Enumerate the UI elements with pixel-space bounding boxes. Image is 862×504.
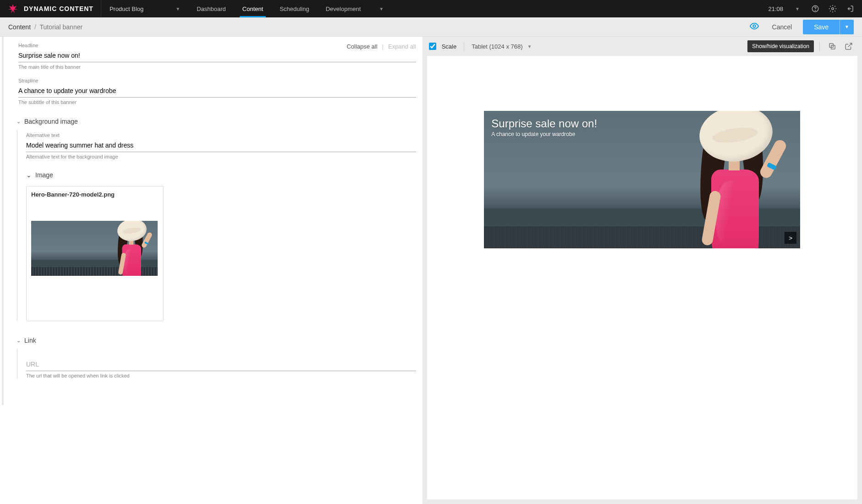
- nav-tab-label: Dashboard: [197, 5, 226, 12]
- action-bar: Content / Tutorial banner Cancel Save ▼: [0, 17, 862, 37]
- chevron-down-icon: ⌄: [26, 171, 32, 179]
- chevron-down-icon: ▼: [527, 44, 532, 49]
- section-body-link: The url that will be opened when link is…: [16, 349, 416, 378]
- field-help: The subtitle of this banner: [18, 99, 416, 105]
- field-url: The url that will be opened when link is…: [26, 358, 416, 378]
- section-body-background-image: Alternative text Alternative text for th…: [16, 130, 416, 321]
- preview-toolbar: Scale Tablet (1024 x 768) ▼ Show/hide vi…: [423, 37, 862, 56]
- banner-headline: Surprise sale now on!: [491, 117, 597, 130]
- section-toggle-link[interactable]: ⌄ Link: [10, 332, 416, 349]
- copy-icon[interactable]: [825, 39, 839, 53]
- brand-block: DYNAMIC CONTENT: [0, 0, 101, 17]
- section-title: Image: [35, 171, 53, 179]
- settings-gear-icon[interactable]: [825, 1, 840, 16]
- url-input[interactable]: [26, 358, 416, 371]
- nav-tab-scheduling[interactable]: Scheduling: [271, 0, 317, 17]
- strapline-input[interactable]: [18, 84, 416, 98]
- nav-tab-label: Content: [242, 5, 264, 12]
- section-title: Link: [24, 337, 36, 344]
- svg-point-4: [753, 25, 756, 27]
- tooltip: Show/hide visualization: [747, 40, 814, 52]
- banner-strapline: A chance to update your wardrobe: [491, 131, 597, 137]
- breadcrumb-separator: /: [34, 23, 36, 31]
- preview-panel: Scale Tablet (1024 x 768) ▼ Show/hide vi…: [423, 37, 862, 504]
- field-alt-text: Alternative text Alternative text for th…: [26, 132, 416, 159]
- alt-text-input[interactable]: [26, 139, 416, 152]
- nav-tab-content[interactable]: Content: [234, 0, 272, 17]
- preview-canvas: Surprise sale now on! A chance to update…: [484, 111, 800, 248]
- nav-tabs: Dashboard Content Scheduling Development…: [188, 0, 392, 17]
- image-thumbnail: [31, 221, 159, 276]
- divider: [464, 41, 464, 51]
- chevron-down-icon: ⌄: [16, 338, 21, 344]
- save-button-group: Save ▼: [803, 20, 854, 34]
- banner-model-figure: [690, 111, 782, 248]
- field-label: Strapline: [18, 78, 416, 83]
- brand-name: DYNAMIC CONTENT: [24, 5, 93, 12]
- field-help: The main title of this banner: [18, 64, 416, 70]
- nav-tab-label: Development: [326, 5, 361, 12]
- cancel-button[interactable]: Cancel: [768, 21, 797, 33]
- nav-tab-dashboard[interactable]: Dashboard: [188, 0, 234, 17]
- scale-checkbox[interactable]: [429, 43, 436, 50]
- open-external-icon[interactable]: [842, 39, 856, 53]
- image-card[interactable]: Hero-Banner-720-model2.png: [26, 186, 164, 321]
- device-name: Tablet (1024 x 768): [472, 43, 522, 50]
- field-label: Alternative text: [26, 132, 416, 138]
- headline-input[interactable]: [18, 49, 416, 62]
- nav-tab-label: Scheduling: [280, 5, 309, 12]
- preview-eye-icon[interactable]: [747, 19, 761, 35]
- logout-icon[interactable]: [843, 1, 857, 16]
- svg-point-2: [815, 10, 816, 11]
- workspace-name: Product Blog: [110, 5, 143, 12]
- chevron-down-icon: ▼: [795, 6, 800, 11]
- form-panel: Collapse all | Expand all Headline The m…: [0, 37, 423, 504]
- scale-label: Scale: [442, 43, 457, 50]
- section-toggle-image[interactable]: ⌄ Image: [26, 168, 416, 182]
- field-help: The url that will be opened when link is…: [26, 373, 416, 378]
- nav-tab-development[interactable]: Development▼: [318, 0, 392, 17]
- chevron-down-icon: ▼: [379, 6, 384, 11]
- divider: [819, 41, 820, 51]
- device-select[interactable]: Tablet (1024 x 768) ▼: [472, 43, 532, 50]
- workspace-dropdown[interactable]: Product Blog ▼: [101, 0, 188, 17]
- banner-next-arrow-button[interactable]: >: [785, 232, 796, 244]
- help-icon[interactable]: [808, 1, 823, 16]
- save-dropdown-button[interactable]: ▼: [840, 20, 854, 34]
- brand-logo-icon: [7, 3, 18, 14]
- svg-marker-0: [8, 4, 17, 13]
- banner-text-overlay: Surprise sale now on! A chance to update…: [491, 117, 597, 137]
- save-button[interactable]: Save: [803, 20, 840, 34]
- breadcrumb: Content / Tutorial banner: [8, 23, 82, 31]
- field-strapline: Strapline The subtitle of this banner: [10, 78, 416, 105]
- image-filename: Hero-Banner-720-model2.png: [31, 191, 159, 198]
- chevron-down-icon: ⌄: [16, 119, 21, 125]
- clock-time: 21:08: [769, 5, 784, 12]
- main-split: Collapse all | Expand all Headline The m…: [0, 37, 862, 504]
- breadcrumb-leaf: Tutorial banner: [39, 23, 82, 31]
- top-navbar: DYNAMIC CONTENT Product Blog ▼ Dashboard…: [0, 0, 862, 17]
- clock-dropdown[interactable]: 21:08 ▼: [763, 5, 805, 12]
- preview-frame: Surprise sale now on! A chance to update…: [427, 56, 857, 499]
- topbar-right: 21:08 ▼: [763, 0, 862, 17]
- section-toggle-background-image[interactable]: ⌄ Background image: [10, 113, 416, 130]
- field-help: Alternative text for the background imag…: [26, 154, 416, 159]
- svg-point-3: [832, 8, 834, 10]
- chevron-down-icon: ▼: [176, 6, 180, 11]
- breadcrumb-root[interactable]: Content: [8, 23, 31, 31]
- section-title: Background image: [24, 118, 78, 125]
